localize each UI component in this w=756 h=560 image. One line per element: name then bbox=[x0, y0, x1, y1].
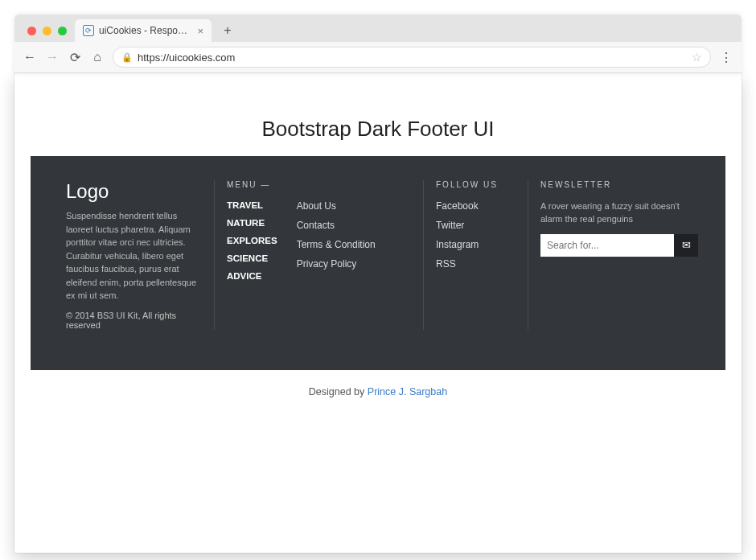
follow-link-instagram[interactable]: Instagram bbox=[436, 239, 515, 250]
favicon-icon: ⟳ bbox=[83, 25, 94, 36]
browser-chrome: ⟳ uiCookies - Responsive HTML × + ← → ⟳ … bbox=[14, 14, 742, 73]
footer-newsletter-column: NEWSLETTER A rover wearing a fuzzy suit … bbox=[528, 180, 711, 330]
footer-logo-column: Logo Suspendisse hendrerit tellus laoree… bbox=[53, 180, 214, 330]
close-window-button[interactable] bbox=[27, 27, 36, 35]
newsletter-input[interactable] bbox=[540, 234, 674, 257]
page-content: Bootstrap Dark Footer UI Logo Suspendiss… bbox=[14, 73, 742, 553]
newsletter-submit-button[interactable]: ✉ bbox=[674, 234, 698, 257]
minimize-window-button[interactable] bbox=[43, 27, 51, 35]
new-tab-button[interactable]: + bbox=[218, 21, 237, 40]
footer: Logo Suspendisse hendrerit tellus laoree… bbox=[31, 156, 725, 370]
follow-heading: FOLLOW US bbox=[436, 180, 515, 189]
menu-link-privacy[interactable]: Privacy Policy bbox=[297, 258, 376, 270]
browser-tab[interactable]: ⟳ uiCookies - Responsive HTML × bbox=[75, 19, 212, 42]
menu-heading: MENU — bbox=[227, 180, 410, 189]
follow-link-rss[interactable]: RSS bbox=[436, 258, 515, 270]
follow-link-twitter[interactable]: Twitter bbox=[436, 220, 515, 231]
maximize-window-button[interactable] bbox=[58, 27, 67, 35]
footer-follow-column: FOLLOW US Facebook Twitter Instagram RSS bbox=[423, 180, 528, 330]
menu-link-nature[interactable]: NATURE bbox=[227, 218, 277, 228]
credit-prefix: Designed by bbox=[309, 386, 368, 397]
credit-author-link[interactable]: Prince J. Sargbah bbox=[368, 386, 447, 397]
tab-strip: ⟳ uiCookies - Responsive HTML × + bbox=[14, 14, 742, 42]
footer-menu-column: MENU — TRAVEL NATURE EXPLORES SCIENCE AD… bbox=[214, 180, 423, 330]
menu-link-contacts[interactable]: Contacts bbox=[297, 220, 376, 231]
menu-link-terms[interactable]: Terms & Condition bbox=[297, 239, 376, 250]
newsletter-heading: NEWSLETTER bbox=[540, 180, 698, 189]
home-button[interactable]: ⌂ bbox=[90, 50, 105, 64]
footer-description: Suspendisse hendrerit tellus laoreet luc… bbox=[66, 209, 201, 303]
browser-toolbar: ← → ⟳ ⌂ 🔒 https://uicookies.com ☆ ⋮ bbox=[14, 42, 742, 72]
menu-secondary-list: About Us Contacts Terms & Condition Priv… bbox=[297, 200, 376, 289]
menu-link-about[interactable]: About Us bbox=[297, 200, 376, 212]
envelope-icon: ✉ bbox=[682, 239, 691, 251]
credit-line: Designed by Prince J. Sargbah bbox=[14, 386, 742, 397]
page-title: Bootstrap Dark Footer UI bbox=[14, 117, 742, 142]
forward-button[interactable]: → bbox=[45, 50, 60, 64]
url-text: https://uicookies.com bbox=[138, 51, 235, 64]
browser-menu-button[interactable]: ⋮ bbox=[719, 50, 733, 65]
bookmark-star-icon[interactable]: ☆ bbox=[692, 51, 702, 64]
window-controls bbox=[27, 27, 67, 35]
menu-link-advice[interactable]: ADVICE bbox=[227, 271, 277, 281]
reload-button[interactable]: ⟳ bbox=[68, 50, 82, 65]
follow-link-facebook[interactable]: Facebook bbox=[436, 200, 515, 212]
tab-title: uiCookies - Responsive HTML bbox=[99, 25, 192, 36]
menu-primary-list: TRAVEL NATURE EXPLORES SCIENCE ADVICE bbox=[227, 200, 277, 289]
footer-copyright: © 2014 BS3 UI Kit, All rights reserved bbox=[66, 311, 201, 330]
address-bar[interactable]: 🔒 https://uicookies.com ☆ bbox=[113, 47, 711, 68]
newsletter-form: ✉ bbox=[540, 234, 698, 257]
lock-icon: 🔒 bbox=[121, 52, 133, 63]
newsletter-text: A rover wearing a fuzzy suit doesn't ala… bbox=[540, 200, 698, 226]
menu-link-explores[interactable]: EXPLORES bbox=[227, 236, 277, 245]
close-tab-icon[interactable]: × bbox=[197, 25, 203, 37]
menu-link-travel[interactable]: TRAVEL bbox=[227, 200, 277, 210]
back-button[interactable]: ← bbox=[23, 50, 37, 64]
menu-link-science[interactable]: SCIENCE bbox=[227, 253, 277, 263]
footer-logo: Logo bbox=[66, 180, 201, 203]
